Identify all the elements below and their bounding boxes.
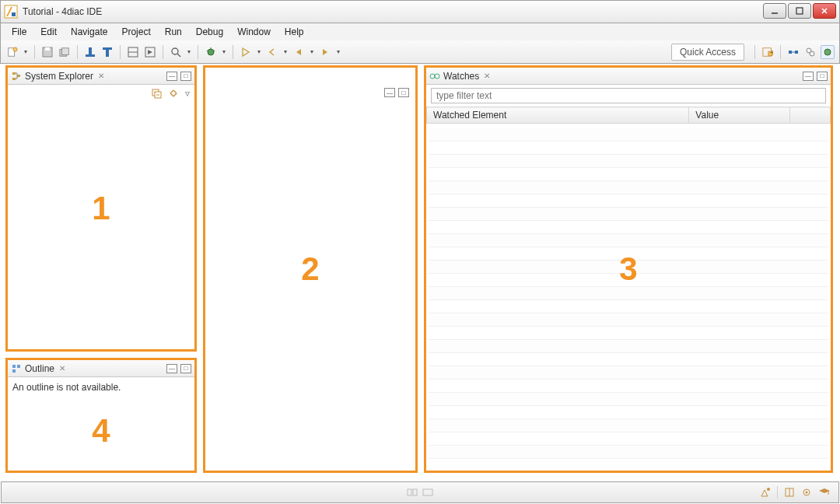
system-explorer-header: System Explorer ✕ — □ — [8, 68, 194, 85]
watches-filter-input[interactable] — [431, 88, 826, 103]
close-view-icon[interactable]: ✕ — [59, 364, 65, 373]
forward-nav-dropdown-icon[interactable]: ▾ — [335, 45, 341, 59]
close-view-icon[interactable]: ✕ — [484, 72, 490, 80]
system-explorer-pane: System Explorer ✕ — □ ▿ 1 — [5, 65, 197, 352]
close-button[interactable] — [813, 3, 836, 19]
svg-rect-34 — [17, 75, 20, 77]
search-dropdown-icon[interactable]: ▾ — [186, 45, 192, 59]
svg-point-52 — [806, 492, 808, 494]
svg-rect-32 — [12, 72, 16, 75]
outline-pane: Outline ✕ — □ An outline is not availabl… — [5, 358, 197, 473]
back-dropdown-icon[interactable]: ▾ — [282, 45, 289, 59]
back-nav-icon[interactable] — [292, 45, 306, 59]
maximize-view-icon[interactable]: □ — [180, 72, 191, 81]
menubar: File Edit Navigate Project Run Debug Win… — [0, 23, 840, 40]
toolbar-separator — [754, 45, 755, 59]
gear-icon[interactable] — [801, 487, 812, 498]
status-center-controls — [407, 488, 433, 497]
trim-right-icon[interactable] — [422, 488, 433, 497]
svg-rect-9 — [62, 47, 69, 54]
svg-point-30 — [810, 51, 814, 56]
svg-rect-27 — [795, 51, 798, 54]
forward-nav-icon[interactable] — [318, 45, 332, 59]
annotation-number: 4 — [92, 412, 110, 450]
search-icon[interactable] — [169, 45, 183, 59]
app-config-icon[interactable] — [100, 45, 114, 59]
minimize-editor-icon[interactable]: — — [384, 88, 395, 97]
debug-dropdown-icon[interactable]: ▾ — [221, 45, 227, 59]
outline-icon — [11, 363, 22, 374]
debug-icon[interactable] — [204, 45, 218, 59]
perspective-switcher: + — [752, 45, 835, 59]
quick-access-button[interactable]: Quick Access — [671, 44, 744, 61]
watches-rows — [429, 128, 828, 468]
system-icon[interactable] — [83, 45, 97, 59]
trim-left-icon[interactable] — [407, 488, 418, 497]
link-editor-icon[interactable] — [168, 88, 179, 99]
deploy-icon[interactable] — [143, 45, 157, 59]
tree-icon — [11, 71, 22, 82]
system-explorer-toolbar: ▿ — [8, 85, 194, 102]
save-icon[interactable] — [40, 45, 54, 59]
svg-rect-45 — [408, 489, 411, 495]
svg-text:+: + — [770, 47, 773, 56]
menu-project[interactable]: Project — [115, 25, 156, 39]
view-menu-icon[interactable]: ▿ — [185, 88, 190, 99]
window-titlebar: Tutorial - 4diac IDE — [0, 0, 840, 23]
menu-navigate[interactable]: Navigate — [65, 25, 114, 39]
main-toolbar: ▾ ▾ ▾ ▾ ▾ ▾ ▾ Quick Access + — [0, 40, 840, 64]
menu-help[interactable]: Help — [278, 25, 310, 39]
perspective-debug-icon[interactable] — [821, 45, 835, 59]
svg-rect-3 — [796, 8, 803, 14]
perspective-system-icon[interactable] — [786, 45, 800, 59]
open-perspective-icon[interactable]: + — [761, 45, 775, 59]
menu-edit[interactable]: Edit — [34, 25, 63, 39]
toolbar-separator — [780, 45, 781, 59]
column-watched-element[interactable]: Watched Element — [427, 107, 689, 124]
maximize-editor-icon[interactable]: □ — [398, 88, 409, 97]
column-value[interactable]: Value — [689, 107, 790, 124]
menu-file[interactable]: File — [5, 25, 33, 39]
menu-debug[interactable]: Debug — [190, 25, 229, 39]
run-last-icon[interactable] — [239, 45, 253, 59]
back-icon[interactable] — [265, 45, 279, 59]
save-all-icon[interactable] — [58, 45, 72, 59]
menu-window[interactable]: Window — [231, 25, 277, 39]
status-separator — [777, 486, 778, 499]
svg-rect-13 — [103, 47, 112, 50]
watches-pane: Watches ✕ — □ Watched Element Value 3 — [424, 65, 833, 473]
maximize-button[interactable] — [788, 3, 811, 19]
new-dropdown-icon[interactable]: ▾ — [23, 45, 29, 59]
minimize-view-icon[interactable]: — — [166, 364, 177, 373]
minimize-view-icon[interactable]: — — [166, 72, 177, 81]
new-icon[interactable] — [5, 45, 19, 59]
back-nav-dropdown-icon[interactable]: ▾ — [309, 45, 315, 59]
minimize-view-icon[interactable]: — — [803, 72, 814, 81]
watches-header: Watches ✕ — □ — [426, 68, 831, 85]
toolbar-separator — [34, 45, 35, 59]
minimize-button[interactable] — [763, 3, 786, 19]
tip-icon[interactable] — [760, 487, 771, 498]
perspective-deploy-icon[interactable] — [803, 45, 817, 59]
svg-point-19 — [208, 49, 214, 55]
menu-run[interactable]: Run — [159, 25, 188, 39]
svg-point-31 — [824, 49, 831, 55]
layout-icon[interactable] — [126, 45, 140, 59]
editor-pane: — □ 2 — [203, 65, 418, 473]
svg-rect-47 — [423, 489, 432, 495]
svg-point-5 — [13, 47, 17, 51]
annotation-number: 1 — [92, 190, 110, 227]
book-icon[interactable] — [784, 487, 795, 498]
collapse-all-icon[interactable] — [151, 88, 162, 99]
svg-rect-43 — [17, 365, 20, 368]
maximize-view-icon[interactable]: □ — [817, 72, 828, 81]
svg-rect-7 — [45, 47, 50, 51]
graduation-icon[interactable] — [818, 487, 831, 498]
run-last-dropdown-icon[interactable]: ▾ — [256, 45, 262, 59]
close-view-icon[interactable]: ✕ — [98, 72, 104, 80]
watches-title: Watches — [443, 71, 479, 82]
glasses-icon — [429, 71, 440, 82]
maximize-view-icon[interactable]: □ — [180, 364, 191, 373]
statusbar — [1, 481, 839, 503]
annotation-number: 3 — [619, 250, 637, 288]
